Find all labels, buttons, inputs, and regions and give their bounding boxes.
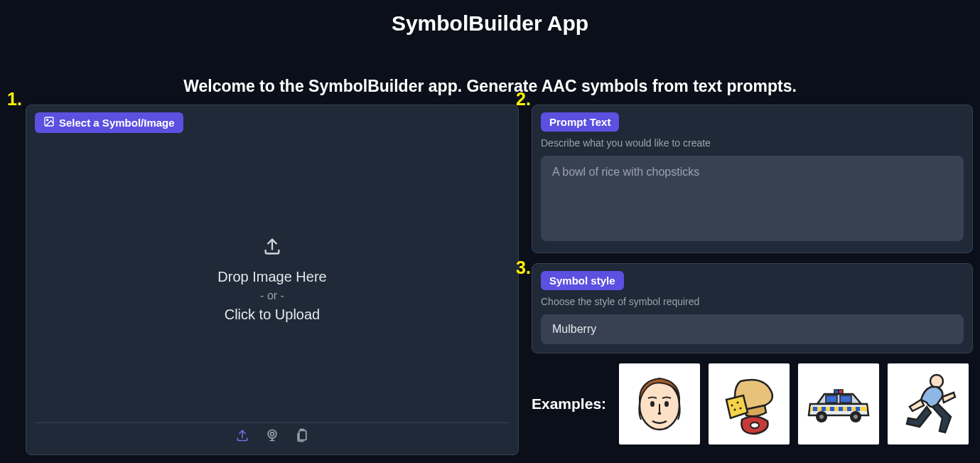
- svg-rect-6: [299, 430, 306, 440]
- svg-rect-18: [840, 395, 851, 403]
- svg-point-13: [740, 408, 742, 410]
- svg-point-30: [930, 375, 943, 388]
- svg-rect-22: [830, 407, 834, 411]
- drop-text: Drop Image Here: [217, 269, 326, 285]
- svg-point-14: [750, 422, 759, 428]
- clipboard-icon: [295, 428, 309, 445]
- style-badge: Symbol style: [541, 271, 624, 290]
- svg-point-1: [47, 119, 48, 121]
- prompt-helper: Describe what you would like to create: [541, 137, 964, 149]
- style-panel: Symbol style Choose the style of symbol …: [532, 263, 973, 353]
- style-helper: Choose the style of symbol required: [541, 296, 964, 307]
- upload-alt-icon: [235, 428, 249, 445]
- app-subtitle: Welcome to the SymbolBuilder app. Genera…: [0, 77, 980, 96]
- svg-rect-21: [822, 407, 826, 411]
- upload-badge-label: Select a Symbol/Image: [59, 117, 175, 129]
- svg-point-9: [664, 401, 669, 407]
- upload-icon: [262, 236, 282, 269]
- click-text: Click to Upload: [225, 307, 321, 323]
- upload-badge: Select a Symbol/Image: [35, 112, 183, 133]
- clipboard-button[interactable]: [294, 429, 310, 445]
- webcam-button[interactable]: [264, 429, 280, 445]
- svg-point-4: [268, 430, 276, 439]
- svg-rect-17: [826, 395, 837, 403]
- style-badge-label: Symbol style: [549, 275, 615, 287]
- step-number-3: 3.: [516, 257, 531, 278]
- svg-rect-23: [839, 407, 843, 411]
- step-number-2: 2.: [516, 89, 531, 110]
- upload-panel: Select a Symbol/Image Drop Image Here - …: [26, 105, 519, 455]
- svg-point-29: [854, 415, 858, 419]
- example-police-car[interactable]: [798, 363, 879, 445]
- examples-row: Examples:: [532, 363, 973, 445]
- image-icon: [43, 116, 55, 129]
- svg-point-8: [650, 401, 655, 407]
- style-select[interactable]: Mulberry: [541, 314, 964, 344]
- svg-rect-24: [847, 407, 851, 411]
- svg-point-12: [734, 409, 736, 411]
- upload-dropzone[interactable]: Drop Image Here - or - Click to Upload: [35, 139, 510, 420]
- prompt-input[interactable]: [541, 156, 964, 241]
- prompt-panel: Prompt Text Describe what you would like…: [532, 105, 973, 253]
- svg-point-5: [271, 432, 274, 436]
- step-number-1: 1.: [7, 89, 22, 110]
- prompt-badge-label: Prompt Text: [549, 116, 610, 128]
- webcam-icon: [265, 428, 279, 445]
- prompt-badge: Prompt Text: [541, 112, 619, 132]
- app-title: SymbolBuilder App: [0, 11, 980, 36]
- example-face[interactable]: [619, 363, 700, 445]
- example-running[interactable]: [888, 363, 969, 445]
- svg-rect-25: [856, 407, 860, 411]
- svg-point-27: [819, 415, 824, 419]
- svg-point-10: [731, 405, 733, 407]
- svg-rect-20: [813, 407, 817, 411]
- example-food[interactable]: [709, 363, 790, 445]
- or-text: - or -: [260, 289, 284, 302]
- svg-point-11: [737, 402, 739, 404]
- upload-file-button[interactable]: [235, 429, 250, 445]
- examples-label: Examples:: [532, 395, 606, 413]
- upload-toolbar: [35, 422, 510, 446]
